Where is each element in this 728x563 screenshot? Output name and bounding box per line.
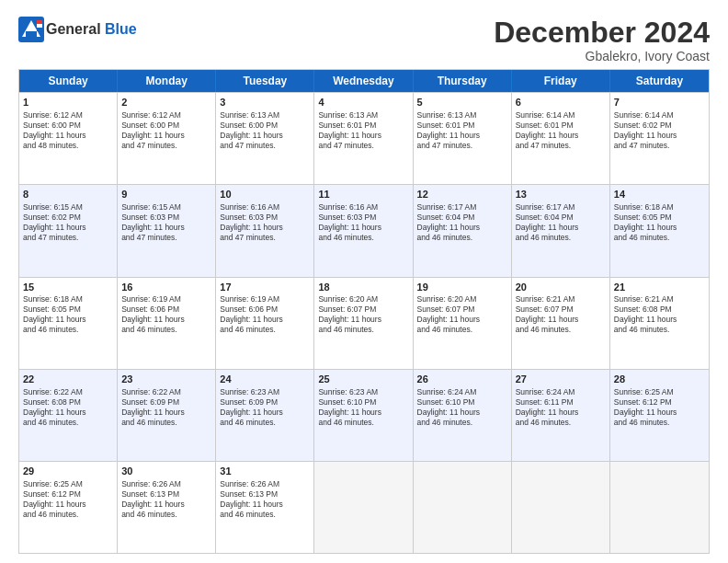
- day-number: 17: [220, 281, 310, 294]
- cell-info-text: Sunset: 6:01 PM: [417, 121, 507, 131]
- cell-info-text: Sunset: 6:12 PM: [23, 489, 113, 500]
- cell-info-text: Sunrise: 6:25 AM: [614, 387, 705, 397]
- cell-info-text: Sunset: 6:02 PM: [23, 213, 113, 223]
- calendar-week-1: 1Sunrise: 6:12 AMSunset: 6:00 PMDaylight…: [19, 92, 709, 184]
- cell-info-text: Sunset: 6:00 PM: [23, 121, 113, 131]
- day-number: 28: [614, 373, 705, 386]
- day-number: 8: [23, 188, 113, 201]
- cell-info-text: Sunrise: 6:23 AM: [220, 387, 310, 397]
- cell-info-text: Daylight: 11 hours: [614, 408, 705, 418]
- calendar-cell-empty: [512, 462, 610, 553]
- calendar-cell-day-21: 21Sunrise: 6:21 AMSunset: 6:08 PMDayligh…: [610, 278, 709, 369]
- cell-info-text: Sunset: 6:06 PM: [121, 304, 211, 315]
- cell-info-text: Sunrise: 6:15 AM: [23, 202, 113, 213]
- cell-info-text: and 46 minutes.: [417, 233, 507, 243]
- month-title: December 2024: [494, 17, 710, 49]
- cell-info-text: Daylight: 11 hours: [220, 500, 310, 510]
- cell-info-text: Daylight: 11 hours: [23, 500, 113, 510]
- calendar-cell-day-22: 22Sunrise: 6:22 AMSunset: 6:08 PMDayligh…: [19, 370, 118, 461]
- cell-info-text: Daylight: 11 hours: [318, 315, 408, 325]
- calendar-cell-day-10: 10Sunrise: 6:16 AMSunset: 6:03 PMDayligh…: [216, 185, 314, 276]
- cell-info-text: and 46 minutes.: [417, 325, 507, 335]
- calendar-cell-day-31: 31Sunrise: 6:26 AMSunset: 6:13 PMDayligh…: [216, 462, 314, 553]
- cell-info-text: Sunrise: 6:20 AM: [318, 294, 408, 304]
- calendar-cell-empty: [314, 462, 413, 553]
- day-number: 10: [220, 188, 310, 201]
- cell-info-text: and 46 minutes.: [23, 418, 113, 428]
- day-header-thursday: Thursday: [414, 70, 512, 92]
- cell-info-text: Sunrise: 6:22 AM: [121, 387, 211, 397]
- cell-info-text: Daylight: 11 hours: [417, 223, 507, 233]
- cell-info-text: Daylight: 11 hours: [121, 500, 211, 510]
- cell-info-text: Sunrise: 6:25 AM: [23, 479, 113, 489]
- cell-info-text: and 46 minutes.: [121, 418, 211, 428]
- day-number: 30: [121, 465, 211, 478]
- svg-rect-4: [37, 24, 42, 28]
- cell-info-text: Sunrise: 6:21 AM: [614, 294, 705, 304]
- cell-info-text: Sunset: 6:11 PM: [516, 397, 606, 408]
- cell-info-text: and 46 minutes.: [516, 325, 606, 335]
- calendar-cell-day-20: 20Sunrise: 6:21 AMSunset: 6:07 PMDayligh…: [512, 278, 610, 369]
- cell-info-text: and 46 minutes.: [516, 233, 606, 243]
- calendar-cell-day-8: 8Sunrise: 6:15 AMSunset: 6:02 PMDaylight…: [19, 185, 118, 276]
- cell-info-text: Daylight: 11 hours: [614, 315, 705, 325]
- day-number: 11: [318, 188, 408, 201]
- day-number: 18: [318, 281, 408, 294]
- cell-info-text: and 46 minutes.: [220, 510, 310, 520]
- day-number: 31: [220, 465, 310, 478]
- cell-info-text: Sunrise: 6:17 AM: [417, 202, 507, 213]
- cell-info-text: and 46 minutes.: [121, 510, 211, 520]
- calendar-cell-day-7: 7Sunrise: 6:14 AMSunset: 6:02 PMDaylight…: [610, 93, 709, 184]
- cell-info-text: Sunrise: 6:18 AM: [23, 294, 113, 304]
- cell-info-text: Sunrise: 6:14 AM: [516, 110, 606, 121]
- cell-info-text: and 47 minutes.: [23, 233, 113, 243]
- day-number: 12: [417, 188, 507, 201]
- calendar-cell-day-23: 23Sunrise: 6:22 AMSunset: 6:09 PMDayligh…: [118, 370, 216, 461]
- cell-info-text: Sunrise: 6:13 AM: [220, 110, 310, 121]
- page: General Blue December 2024 Gbalekro, Ivo…: [0, 0, 728, 563]
- cell-info-text: Sunrise: 6:13 AM: [417, 110, 507, 121]
- cell-info-text: Sunset: 6:10 PM: [417, 397, 507, 408]
- cell-info-text: and 46 minutes.: [516, 418, 606, 428]
- day-number: 13: [516, 188, 606, 201]
- calendar-cell-day-16: 16Sunrise: 6:19 AMSunset: 6:06 PMDayligh…: [118, 278, 216, 369]
- calendar-week-5: 29Sunrise: 6:25 AMSunset: 6:12 PMDayligh…: [19, 461, 709, 553]
- cell-info-text: Daylight: 11 hours: [121, 315, 211, 325]
- cell-info-text: and 46 minutes.: [318, 325, 408, 335]
- cell-info-text: Sunrise: 6:19 AM: [220, 294, 310, 304]
- logo: General Blue: [18, 17, 137, 42]
- svg-rect-2: [26, 31, 37, 37]
- cell-info-text: Daylight: 11 hours: [23, 223, 113, 233]
- cell-info-text: Sunset: 6:13 PM: [121, 489, 211, 500]
- day-number: 20: [516, 281, 606, 294]
- day-number: 16: [121, 281, 211, 294]
- cell-info-text: Sunset: 6:00 PM: [121, 121, 211, 131]
- cell-info-text: Daylight: 11 hours: [23, 315, 113, 325]
- day-number: 19: [417, 281, 507, 294]
- cell-info-text: Sunset: 6:01 PM: [318, 121, 408, 131]
- header: General Blue December 2024 Gbalekro, Ivo…: [18, 17, 710, 63]
- cell-info-text: Daylight: 11 hours: [318, 223, 408, 233]
- day-number: 9: [121, 188, 211, 201]
- cell-info-text: Sunset: 6:08 PM: [614, 304, 705, 315]
- cell-info-text: Sunset: 6:03 PM: [318, 213, 408, 223]
- calendar-week-3: 15Sunrise: 6:18 AMSunset: 6:05 PMDayligh…: [19, 277, 709, 369]
- calendar-cell-day-3: 3Sunrise: 6:13 AMSunset: 6:00 PMDaylight…: [216, 93, 314, 184]
- day-header-saturday: Saturday: [610, 70, 709, 92]
- logo-general: General: [46, 21, 101, 37]
- cell-info-text: Sunset: 6:01 PM: [516, 121, 606, 131]
- cell-info-text: and 47 minutes.: [318, 141, 408, 151]
- calendar-cell-day-9: 9Sunrise: 6:15 AMSunset: 6:03 PMDaylight…: [118, 185, 216, 276]
- cell-info-text: Sunrise: 6:15 AM: [121, 202, 211, 213]
- calendar-cell-day-11: 11Sunrise: 6:16 AMSunset: 6:03 PMDayligh…: [314, 185, 413, 276]
- calendar-cell-day-2: 2Sunrise: 6:12 AMSunset: 6:00 PMDaylight…: [118, 93, 216, 184]
- svg-rect-5: [37, 28, 42, 31]
- cell-info-text: Sunset: 6:07 PM: [318, 304, 408, 315]
- day-number: 25: [318, 373, 408, 386]
- cell-info-text: Daylight: 11 hours: [121, 408, 211, 418]
- day-header-sunday: Sunday: [19, 70, 118, 92]
- cell-info-text: Daylight: 11 hours: [23, 131, 113, 141]
- cell-info-text: Sunset: 6:05 PM: [23, 304, 113, 315]
- cell-info-text: and 46 minutes.: [121, 325, 211, 335]
- calendar-cell-day-24: 24Sunrise: 6:23 AMSunset: 6:09 PMDayligh…: [216, 370, 314, 461]
